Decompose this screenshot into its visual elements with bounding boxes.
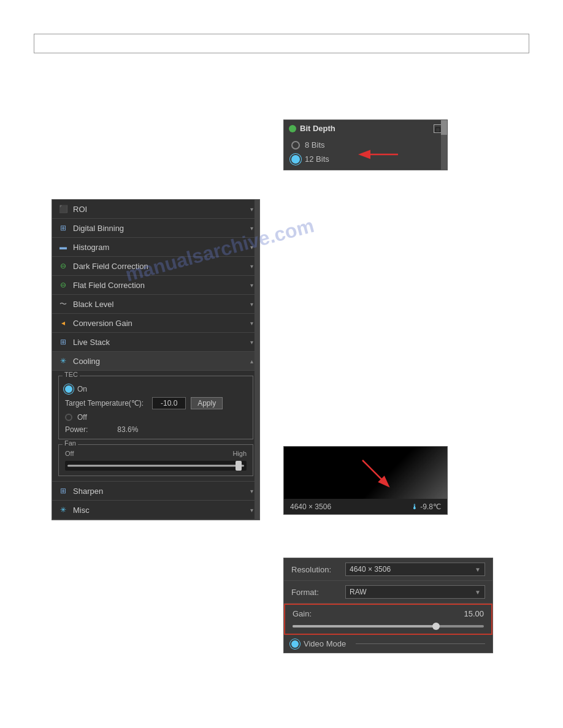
histogram-icon: ▬ [58,242,68,252]
resolution-row: Resolution: 4640 × 3506 ▼ [284,558,492,581]
sidebar-item-live-stack[interactable]: ⊞ Live Stack ▾ [52,333,259,352]
svg-line-3 [362,460,383,481]
gain-label: Gain: [293,609,342,618]
tec-on-row: On [65,385,247,393]
video-mode-line [356,643,485,644]
black-level-icon: 〜 [58,299,68,309]
fan-box: Fan Off High [58,444,253,476]
sidebar-item-digital-binning[interactable]: ⊞ Digital Binning ▾ [52,219,259,238]
sidebar-panel: ⬛ ROI ▾ ⊞ Digital Binning ▾ ▬ Histogram … [52,199,260,520]
sidebar-item-roi[interactable]: ⬛ ROI ▾ [52,200,259,219]
top-textbox [34,34,529,53]
tec-on-radio[interactable] [65,385,72,393]
fan-high-label: High [232,450,247,457]
fan-label: Fan [63,439,78,447]
bit-depth-title: Bit Depth [289,124,335,133]
gain-slider-thumb[interactable] [432,623,440,630]
fan-slider-track [67,465,244,467]
tec-temp-input[interactable] [152,397,186,409]
sidebar-item-sharpen[interactable]: ⊞ Sharpen ▾ [52,482,259,501]
histogram-chevron: ▾ [250,244,253,251]
sidebar-item-flat-field-label: Flat Field Correction [73,281,145,290]
resolution-select[interactable]: 4640 × 3506 ▼ [345,563,485,576]
tec-temp-row: Target Temperature(℃): Apply [65,397,247,409]
bit-depth-title-text: Bit Depth [300,124,335,133]
image-preview-canvas [284,447,447,501]
resolution-select-value: 4640 × 3506 [350,565,391,574]
tec-label: TEC [63,371,80,378]
conversion-gain-chevron: ▾ [250,320,253,327]
gain-row-inner: Gain: 15.00 [285,605,491,623]
fan-off-label: Off [65,450,74,457]
roi-icon: ⬛ [58,204,68,214]
sidebar-item-dark-field-label: Dark Field Correction [73,262,148,271]
gain-row: Gain: 15.00 [284,604,492,635]
scrollbar-thumb[interactable] [441,120,447,135]
flat-field-chevron: ▾ [250,282,253,289]
power-label: Power: [65,425,88,434]
radio-12bit-label: 12 Bits [305,154,329,164]
thermometer-icon: 🌡 [411,502,418,511]
conversion-gain-icon: ◂ [58,318,68,328]
gain-slider-track[interactable] [293,625,484,628]
power-row: Power: 83.6% [65,425,247,434]
sidebar-item-sharpen-label: Sharpen [73,487,103,496]
misc-chevron: ▾ [250,507,253,514]
sharpen-chevron: ▾ [250,488,253,495]
image-preview-bar: 4640 × 3506 🌡 -9.8℃ [284,499,447,514]
format-label: Format: [291,588,340,597]
sharpen-icon: ⊞ [58,486,68,496]
settings-panel: Resolution: 4640 × 3506 ▼ Format: RAW ▼ … [283,558,493,653]
tec-off-label: Off [77,413,87,422]
red-arrow-1 [358,148,401,161]
video-mode-label: Video Mode [304,639,346,648]
sidebar-item-conversion-gain[interactable]: ◂ Conversion Gain ▾ [52,314,259,333]
dark-field-icon: ⊖ [58,261,68,271]
radio-8bit-label: 8 Bits [305,140,325,150]
live-stack-chevron: ▾ [250,339,253,346]
preview-resolution: 4640 × 3506 [290,502,331,511]
sidebar-item-cooling[interactable]: ✳ Cooling ▴ [52,352,259,371]
tec-on-label: On [77,385,87,393]
black-level-chevron: ▾ [250,301,253,308]
digital-binning-chevron: ▾ [250,225,253,232]
sidebar-item-histogram[interactable]: ▬ Histogram ▾ [52,238,259,257]
sidebar-item-flat-field[interactable]: ⊖ Flat Field Correction ▾ [52,276,259,295]
preview-temperature: 🌡 -9.8℃ [411,502,441,511]
resolution-caret-icon: ▼ [475,566,481,573]
image-preview-panel: 4640 × 3506 🌡 -9.8℃ [283,446,448,515]
fan-label-row: Off High [65,450,247,457]
sidebar-item-digital-binning-label: Digital Binning [73,224,124,233]
video-mode-row: Video Mode [284,635,492,653]
bit-depth-header: Bit Depth □ [284,120,447,137]
live-stack-icon: ⊞ [58,337,68,347]
tec-target-temp-label: Target Temperature(℃): [65,399,144,408]
sidebar-item-histogram-label: Histogram [73,243,109,252]
gain-value: 15.00 [464,609,484,618]
sidebar-item-misc-label: Misc [73,506,90,515]
bit-depth-status-icon [289,125,296,132]
format-row: Format: RAW ▼ [284,581,492,604]
bit-depth-panel: Bit Depth □ 8 Bits 12 Bits [283,119,448,170]
power-value: 83.6% [117,425,138,434]
tec-apply-button[interactable]: Apply [191,397,223,409]
sidebar-item-dark-field[interactable]: ⊖ Dark Field Correction ▾ [52,257,259,276]
tec-off-row: Off [65,413,247,422]
tec-off-radio[interactable] [65,414,72,421]
fan-slider-thumb[interactable] [236,461,242,471]
radio-12bit[interactable] [291,155,300,164]
sidebar-item-misc[interactable]: ✳ Misc ▾ [52,501,259,520]
sidebar-item-black-level[interactable]: 〜 Black Level ▾ [52,295,259,314]
gain-slider-fill [293,625,436,628]
bit-depth-scrollbar[interactable] [441,120,447,170]
fan-slider[interactable] [65,461,247,471]
format-select[interactable]: RAW ▼ [345,585,485,599]
resolution-label: Resolution: [291,565,340,574]
format-select-value: RAW [350,588,367,596]
video-mode-radio[interactable] [291,640,299,648]
radio-8bit[interactable] [291,141,300,150]
sidebar-item-black-level-label: Black Level [73,300,113,309]
format-caret-icon: ▼ [475,589,481,596]
gain-slider-row [285,623,491,634]
sidebar-item-cooling-label: Cooling [73,357,100,366]
